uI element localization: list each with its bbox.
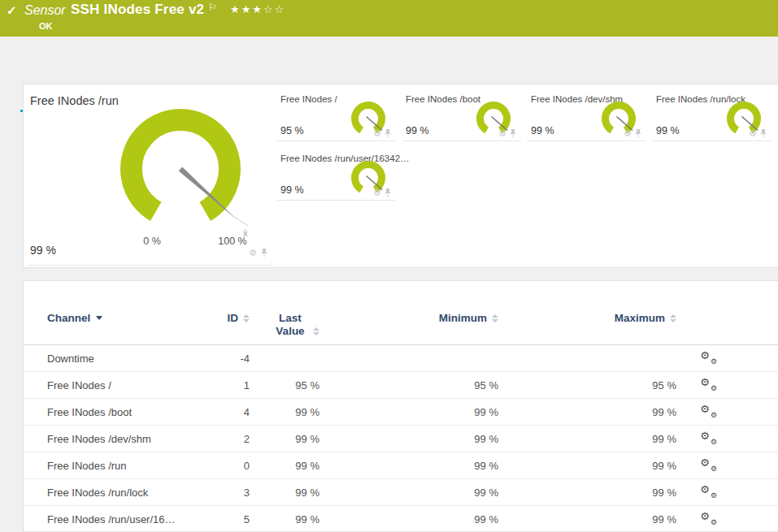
channel-id: 3 bbox=[194, 487, 250, 499]
last-value: 95 % bbox=[250, 379, 319, 391]
gear-icon[interactable]: ⚙ bbox=[624, 129, 632, 138]
sensor-status-badge: OK bbox=[39, 21, 53, 31]
pin-icon[interactable] bbox=[260, 249, 268, 257]
channel-id: 1 bbox=[194, 379, 250, 391]
channel-name: Free INodes /run/lock bbox=[47, 487, 194, 499]
gauge-tile-free-inodes-boot: Free INodes /boot 99 % ⚙ bbox=[402, 88, 521, 141]
gauge-tile-free-inodes-run-lock: Free INodes /run/lock 99 % ⚙ bbox=[653, 88, 771, 141]
gauges-panel: Free INodes /run x̄ 0 % 100 % 99 % ⚙ Fre… bbox=[23, 84, 778, 268]
pin-icon[interactable] bbox=[759, 129, 767, 138]
table-row[interactable]: Free INodes / 1 95 % 95 % 95 % ⚙⚙ bbox=[24, 372, 778, 399]
gauge-value: 95 % bbox=[280, 125, 304, 136]
table-row[interactable]: Free INodes /run 0 99 % 99 % 99 % ⚙⚙ bbox=[24, 452, 778, 479]
column-header-last-value[interactable]: Last Value bbox=[250, 312, 319, 337]
channel-name: Free INodes / bbox=[47, 379, 194, 391]
gear-icon[interactable]: ⚙ bbox=[249, 249, 257, 257]
gauge-max-label: 100 % bbox=[212, 236, 253, 247]
status-check-icon: ✓ bbox=[7, 3, 17, 18]
column-header-id[interactable]: ID bbox=[194, 312, 250, 324]
gauge-value: 99 % bbox=[406, 125, 429, 136]
maximum-value: 99 % bbox=[498, 487, 676, 499]
channel-table-panel: Channel ID Last Value Minimum Maximum Do… bbox=[23, 280, 778, 532]
channel-name: Free INodes /run/user/16… bbox=[47, 513, 194, 526]
gear-icon[interactable]: ⚙ bbox=[498, 129, 506, 138]
maximum-value: 99 % bbox=[498, 433, 676, 445]
table-row[interactable]: Free INodes /run/user/16… 5 99 % 99 % 99… bbox=[24, 506, 778, 532]
last-value: 99 % bbox=[250, 433, 319, 445]
pin-icon[interactable] bbox=[384, 188, 392, 197]
minimum-value: 99 % bbox=[319, 513, 498, 526]
primary-gauge-value: 99 % bbox=[30, 244, 56, 257]
table-row[interactable]: Free INodes /boot 4 99 % 99 % 99 % ⚙⚙ bbox=[24, 399, 778, 426]
column-label: Channel bbox=[47, 312, 90, 324]
column-header-maximum[interactable]: Maximum bbox=[498, 312, 676, 324]
sensor-title: SSH INodes Free v2 bbox=[71, 2, 204, 18]
gear-icon[interactable]: ⚙ bbox=[373, 129, 381, 138]
gear-icon[interactable]: ⚙ bbox=[373, 188, 381, 197]
gauge-title: Free INodes / bbox=[280, 94, 337, 104]
last-value: 99 % bbox=[250, 513, 319, 526]
sort-icon bbox=[492, 314, 498, 322]
chevron-down-icon bbox=[96, 316, 102, 320]
gauge-title: Free INodes /boot bbox=[406, 94, 480, 104]
channel-id: 5 bbox=[194, 513, 250, 526]
column-label: ID bbox=[228, 312, 239, 324]
pin-icon[interactable] bbox=[634, 129, 642, 138]
channel-name: Free INodes /dev/shm bbox=[47, 433, 194, 445]
channel-id: -4 bbox=[194, 353, 250, 365]
gauge-tile-free-inodes-run-user: Free INodes /run/user/16342… 99 % ⚙ bbox=[277, 147, 396, 201]
table-row[interactable]: Downtime -4 ⚙⚙ bbox=[24, 345, 778, 372]
minimum-value: 99 % bbox=[319, 406, 498, 418]
sort-icon bbox=[243, 314, 250, 322]
maximum-value: 99 % bbox=[498, 460, 676, 472]
divider bbox=[27, 265, 272, 266]
maximum-value: 95 % bbox=[498, 379, 676, 391]
column-label: Last Value bbox=[272, 312, 308, 337]
pin-icon[interactable] bbox=[384, 129, 392, 138]
channel-id: 0 bbox=[194, 460, 250, 472]
minimum-value: 95 % bbox=[319, 379, 498, 391]
channel-name: Downtime bbox=[47, 353, 194, 365]
minimum-value: 99 % bbox=[319, 487, 498, 499]
tab-bar: Overview Live Data 2 days 30 days 365 da… bbox=[0, 37, 778, 77]
column-label: Minimum bbox=[439, 312, 487, 324]
channel-name: Free INodes /run bbox=[47, 460, 194, 472]
minimum-value: 99 % bbox=[319, 460, 498, 472]
table-header-row: Channel ID Last Value Minimum Maximum bbox=[24, 281, 778, 345]
table-row[interactable]: Free INodes /run/lock 3 99 % 99 % 99 % ⚙… bbox=[24, 479, 778, 506]
last-value: 99 % bbox=[250, 487, 319, 499]
gear-icon[interactable]: ⚙ bbox=[749, 129, 757, 138]
gauge-value: 99 % bbox=[531, 125, 554, 136]
gauge-min-label: 0 % bbox=[136, 236, 168, 247]
sensor-status-header: ✓ Sensor SSH INodes Free v2 ⚐ ★★★☆☆ OK bbox=[0, 0, 778, 37]
sensor-kind-label: Sensor bbox=[24, 3, 66, 18]
pin-icon[interactable] bbox=[509, 129, 517, 138]
table-row[interactable]: Free INodes /dev/shm 2 99 % 99 % 99 % ⚙⚙ bbox=[24, 426, 778, 452]
channel-id: 4 bbox=[194, 406, 250, 418]
channel-name: Free INodes /boot bbox=[47, 406, 194, 418]
gauge-value: 99 % bbox=[280, 184, 304, 196]
gauge-tile-free-inodes-root: Free INodes / 95 % ⚙ bbox=[277, 88, 396, 141]
sort-icon bbox=[670, 314, 676, 322]
channel-id: 2 bbox=[194, 433, 250, 445]
gauge-tile-free-inodes-dev-shm: Free INodes /dev/shm 99 % ⚙ bbox=[528, 88, 646, 141]
column-label: Maximum bbox=[615, 312, 665, 324]
column-header-minimum[interactable]: Minimum bbox=[319, 312, 498, 324]
last-value: 99 % bbox=[250, 406, 319, 418]
priority-flag-icon[interactable]: ⚐ bbox=[208, 2, 217, 13]
gauge-value: 99 % bbox=[656, 125, 680, 136]
column-header-channel[interactable]: Channel bbox=[47, 312, 194, 324]
primary-gauge: x̄ bbox=[93, 87, 280, 241]
last-value: 99 % bbox=[250, 460, 319, 472]
maximum-value: 99 % bbox=[498, 513, 676, 526]
sort-icon bbox=[313, 327, 319, 335]
maximum-value: 99 % bbox=[498, 406, 676, 418]
minimum-value: 99 % bbox=[319, 433, 498, 445]
favorite-stars-rating[interactable]: ★★★☆☆ bbox=[230, 3, 285, 15]
